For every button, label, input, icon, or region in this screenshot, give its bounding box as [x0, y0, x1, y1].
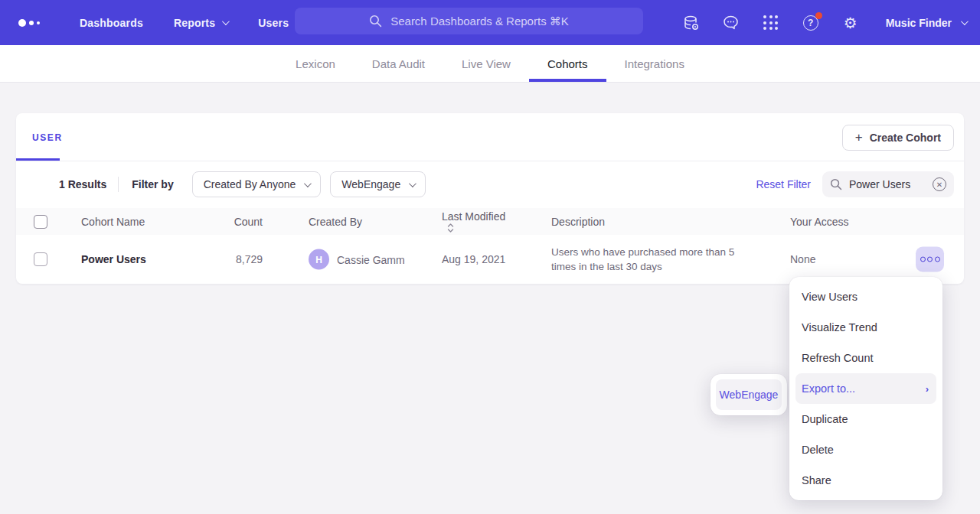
- workspace-switcher[interactable]: Music Finder: [886, 17, 966, 29]
- column-header-description: Description: [551, 216, 605, 228]
- dot-icon: [927, 257, 933, 262]
- menu-item-view-users[interactable]: View Users: [789, 281, 942, 312]
- tab-data-audit[interactable]: Data Audit: [371, 45, 426, 82]
- row-checkbox[interactable]: [34, 252, 47, 266]
- create-cohort-button[interactable]: + Create Cohort: [842, 125, 954, 151]
- search-icon: [830, 178, 842, 190]
- top-navigation-bar: Dashboards Reports Users Search Dashboar…: [0, 0, 980, 45]
- nav-dashboards-label: Dashboards: [80, 17, 143, 29]
- tab-live-view-label: Live View: [462, 57, 511, 70]
- created-by-filter-value: Created By Anyone: [204, 178, 296, 190]
- tab-integrations[interactable]: Integrations: [623, 45, 686, 82]
- menu-item-export-to[interactable]: Export to... ›: [795, 373, 936, 404]
- global-search-placeholder: Search Dashboards & Reports ⌘K: [390, 15, 569, 28]
- notification-dot: [815, 12, 822, 19]
- cohort-search-input[interactable]: Power Users ✕: [822, 171, 954, 197]
- avatar: H: [309, 249, 329, 270]
- column-header-your-access: Your Access: [790, 216, 849, 228]
- export-to-label: Export to...: [802, 382, 855, 395]
- column-header-last-modified[interactable]: Last Modified: [442, 210, 505, 233]
- tab-integrations-label: Integrations: [625, 57, 684, 70]
- workspace-name: Music Finder: [886, 17, 952, 29]
- chevron-right-icon: ›: [926, 383, 929, 395]
- nav-reports-label: Reports: [174, 17, 215, 29]
- results-count: 1 Results: [59, 178, 106, 190]
- export-submenu: WebEngage: [710, 374, 787, 415]
- speech-bubble-glyph: [722, 14, 740, 31]
- menu-item-duplicate[interactable]: Duplicate: [789, 404, 942, 434]
- description-cell: Users who have purchased more than 5 tim…: [551, 245, 741, 274]
- chevron-down-icon: [409, 180, 416, 187]
- nav-item-dashboards[interactable]: Dashboards: [80, 17, 143, 29]
- search-icon: [369, 15, 382, 28]
- tab-data-audit-label: Data Audit: [372, 57, 425, 70]
- messages-icon[interactable]: [722, 14, 740, 32]
- grid-dots-glyph: [763, 15, 778, 30]
- filter-toolbar: 1 Results Filter by Created By Anyone We…: [16, 161, 964, 208]
- view-users-label: View Users: [802, 291, 858, 303]
- visualize-trend-label: Visualize Trend: [802, 321, 877, 333]
- sort-icon: [447, 223, 454, 233]
- column-header-count: Count: [186, 216, 263, 228]
- dot-icon: [935, 257, 940, 262]
- plus-icon: +: [855, 131, 863, 144]
- global-search-input[interactable]: Search Dashboards & Reports ⌘K: [295, 8, 643, 34]
- share-label: Share: [802, 474, 831, 486]
- secondary-navigation: Lexicon Data Audit Live View Cohorts Int…: [0, 45, 980, 83]
- nav-item-users[interactable]: Users: [258, 17, 289, 29]
- mixpanel-logo-icon[interactable]: [18, 19, 49, 27]
- refresh-count-label: Refresh Count: [802, 352, 874, 364]
- row-context-menu: View Users Visualize Trend Refresh Count…: [789, 277, 942, 500]
- created-by-filter-dropdown[interactable]: Created By Anyone: [192, 171, 322, 197]
- last-modified-cell: Aug 19, 2021: [442, 253, 505, 265]
- table-header: Cohort Name Count Created By Last Modifi…: [16, 208, 964, 235]
- tab-lexicon-label: Lexicon: [296, 57, 335, 70]
- tab-cohorts-label: Cohorts: [547, 57, 588, 70]
- help-icon[interactable]: ?: [802, 14, 820, 32]
- submenu-item-webengage[interactable]: WebEngage: [716, 379, 782, 410]
- tab-live-view[interactable]: Live View: [460, 45, 512, 82]
- settings-gear-icon[interactable]: ⚙: [841, 14, 860, 32]
- menu-item-visualize-trend[interactable]: Visualize Trend: [789, 312, 942, 343]
- cohorts-panel: USER + Create Cohort 1 Results Filter by…: [16, 113, 964, 284]
- chevron-down-icon: [961, 18, 969, 25]
- last-modified-label: Last Modified: [442, 210, 505, 223]
- created-by-cell: H Cassie Gamm: [309, 249, 405, 270]
- count-cell: 8,729: [186, 253, 263, 265]
- create-cohort-label: Create Cohort: [870, 132, 941, 144]
- clear-search-icon[interactable]: ✕: [933, 177, 946, 191]
- your-access-cell: None: [790, 253, 815, 265]
- webengage-filter-value: WebEngage: [341, 178, 400, 190]
- gear-glyph: ⚙: [844, 15, 858, 31]
- tab-cohorts[interactable]: Cohorts: [546, 45, 590, 82]
- column-header-cohort-name: Cohort Name: [81, 216, 145, 228]
- chevron-down-icon: [304, 180, 312, 187]
- cohort-name-cell: Power Users: [81, 253, 146, 265]
- nav-item-reports[interactable]: Reports: [174, 17, 227, 29]
- webengage-label: WebEngage: [720, 389, 779, 401]
- select-all-checkbox[interactable]: [34, 215, 47, 229]
- filter-by-label: Filter by: [132, 178, 173, 190]
- divider: [118, 177, 119, 192]
- duplicate-label: Duplicate: [802, 413, 848, 425]
- menu-item-refresh-count[interactable]: Refresh Count: [789, 343, 942, 373]
- dot-icon: [920, 257, 926, 262]
- tab-lexicon[interactable]: Lexicon: [294, 45, 337, 82]
- data-management-icon[interactable]: [682, 14, 701, 32]
- chevron-down-icon: [222, 18, 230, 25]
- column-header-created-by: Created By: [309, 216, 362, 228]
- delete-label: Delete: [802, 444, 834, 456]
- created-by-name: Cassie Gamm: [337, 253, 405, 265]
- database-gear-glyph: [682, 14, 701, 32]
- cohort-search-value: Power Users: [849, 178, 926, 190]
- row-overflow-menu-button[interactable]: [916, 247, 944, 272]
- nav-users-label: Users: [258, 17, 289, 29]
- webengage-filter-dropdown[interactable]: WebEngage: [330, 171, 426, 197]
- apps-grid-icon[interactable]: [762, 14, 780, 32]
- reset-filter-link[interactable]: Reset Filter: [756, 178, 811, 190]
- menu-item-delete[interactable]: Delete: [789, 434, 942, 465]
- tab-user-cohorts[interactable]: USER: [29, 132, 66, 143]
- menu-item-share[interactable]: Share: [789, 465, 942, 496]
